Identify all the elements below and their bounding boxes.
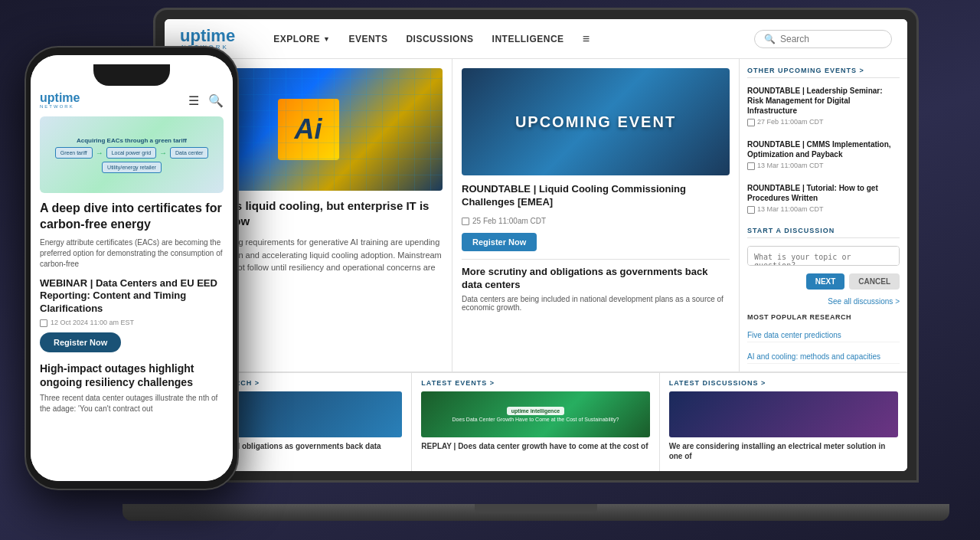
discussions-text: We are considering installing an electri… bbox=[669, 441, 898, 461]
nav-explore[interactable]: EXPLORE ▼ bbox=[273, 34, 330, 44]
phone-logo-uptime: uptime bbox=[40, 92, 80, 104]
phone-notch bbox=[93, 64, 170, 86]
main-center-col: UPCOMING EVENT ROUNDTABLE | Liquid Cooli… bbox=[452, 59, 739, 371]
search-icon: 🔍 bbox=[764, 34, 776, 44]
event-title: ROUNDTABLE | Liquid Cooling Commissionin… bbox=[462, 183, 730, 209]
search-bar[interactable]: 🔍 bbox=[754, 30, 892, 48]
discussion-input[interactable] bbox=[747, 246, 900, 266]
event-badge-text: Does Data Center Growth Have to Come at … bbox=[452, 417, 619, 422]
sidebar-event-3-date: 13 Mar 11:00am CDT bbox=[747, 205, 900, 213]
next-button[interactable]: NEXT bbox=[806, 273, 845, 290]
sidebar-event-1-title: ROUNDTABLE | Leadership Seminar: Risk Ma… bbox=[747, 86, 900, 116]
phone-register-button[interactable]: Register Now bbox=[40, 332, 121, 352]
sidebar-event-3-title: ROUNDTABLE | Tutorial: How to get Proced… bbox=[747, 183, 900, 203]
search-input[interactable] bbox=[780, 34, 887, 44]
phone-article3-body: Three recent data center outages illustr… bbox=[40, 393, 224, 414]
laptop-device: uptime NETWORK EXPLORE ▼ EVENTS bbox=[153, 8, 919, 521]
register-now-button[interactable]: Register Now bbox=[462, 233, 537, 251]
discussion-header: START A DISCUSSION bbox=[747, 227, 900, 238]
scrutiny-section: More scrutiny and obligations as governm… bbox=[462, 259, 730, 312]
event-card-image: UPCOMING EVENT bbox=[462, 68, 730, 175]
phone-logo: uptime NETWORK bbox=[40, 92, 80, 109]
phone-logo-network: NETWORK bbox=[40, 104, 80, 109]
site-header: uptime NETWORK EXPLORE ▼ EVENTS bbox=[165, 19, 907, 59]
phone-header: uptime NETWORK ☰ 🔍 bbox=[40, 92, 224, 109]
popular-header: MOST POPULAR RESEARCH bbox=[747, 313, 900, 321]
events-text: REPLAY | Does data center growth have to… bbox=[421, 441, 649, 451]
laptop-screen-inner: uptime NETWORK EXPLORE ▼ EVENTS bbox=[165, 19, 907, 471]
discussion-buttons: NEXT CANCEL bbox=[747, 273, 900, 290]
sidebar-event-3: ROUNDTABLE | Tutorial: How to get Proced… bbox=[747, 183, 900, 213]
sidebar-event-2-title: ROUNDTABLE | CMMS Implementation, Optimi… bbox=[747, 139, 900, 159]
latest-discussions-header: LATEST DISCUSSIONS > bbox=[669, 379, 898, 387]
explore-arrow-icon: ▼ bbox=[323, 35, 330, 43]
bottom-discussions-col: LATEST DISCUSSIONS > We are considering … bbox=[660, 373, 907, 471]
calendar-icon bbox=[462, 218, 469, 225]
sidebar-event-1: ROUNDTABLE | Leadership Seminar: Risk Ma… bbox=[747, 86, 900, 126]
uptime-intelligence-badge: uptime intelligence bbox=[507, 407, 564, 415]
cancel-button[interactable]: CANCEL bbox=[849, 273, 900, 290]
events-thumbnail: uptime intelligence Does Data Center Gro… bbox=[421, 391, 649, 437]
see-all-discussions-link[interactable]: See all discussions > bbox=[747, 297, 900, 306]
sidebar-event-2-date: 13 Mar 11:00am CDT bbox=[747, 162, 900, 169]
discussions-thumbnail bbox=[669, 391, 898, 437]
calendar-icon-2 bbox=[747, 162, 755, 170]
nav-events[interactable]: EVENTS bbox=[348, 34, 387, 44]
phone-article2-title: WEBINAR | Data Centers and EU EED Report… bbox=[40, 277, 224, 316]
phone-content: uptime NETWORK ☰ 🔍 Acquiring EACs throug… bbox=[31, 55, 233, 481]
hamburger-menu-icon[interactable]: ☰ bbox=[188, 93, 199, 108]
diagram-arrow-2: → bbox=[159, 149, 167, 157]
laptop-screen-outer: uptime NETWORK EXPLORE ▼ EVENTS bbox=[153, 8, 919, 483]
popular-item-1[interactable]: Five data center predictions bbox=[747, 329, 900, 342]
nav-intelligence[interactable]: INTELLIGENCE bbox=[492, 34, 564, 44]
site-sidebar: OTHER UPCOMING EVENTS > ROUNDTABLE | Lea… bbox=[739, 59, 907, 371]
phone-article1-body: Energy attribute certificates (EACs) are… bbox=[40, 237, 224, 270]
phone-article3-title: High-impact outages highlight ongoing re… bbox=[40, 362, 224, 389]
sidebar-event-1-date: 27 Feb 11:00am CDT bbox=[747, 118, 900, 126]
diagram-box-2: Local power grid bbox=[106, 147, 156, 159]
phone-article-image: Acquiring EACs through a green tariff Gr… bbox=[40, 116, 224, 193]
phone-screen: uptime NETWORK ☰ 🔍 Acquiring EACs throug… bbox=[31, 55, 233, 481]
site-nav: EXPLORE ▼ EVENTS DISCUSSIONS INTELLIGENC… bbox=[273, 32, 731, 46]
laptop-notch bbox=[475, 504, 597, 513]
laptop-base bbox=[122, 504, 949, 521]
website: uptime NETWORK EXPLORE ▼ EVENTS bbox=[165, 19, 907, 471]
main-content: Ai AI embraces liquid cooling, but enter… bbox=[165, 59, 907, 471]
event-date: 25 Feb 11:00am CDT bbox=[462, 217, 730, 225]
latest-events-header: LATEST EVENTS > bbox=[421, 379, 649, 387]
sidebar-event-2: ROUNDTABLE | CMMS Implementation, Optimi… bbox=[747, 139, 900, 169]
nav-discussions[interactable]: DISCUSSIONS bbox=[406, 34, 473, 44]
middle-grid: Ai AI embraces liquid cooling, but enter… bbox=[165, 59, 907, 371]
hamburger-icon[interactable]: ≡ bbox=[583, 32, 590, 46]
diagram-box-3: Data center bbox=[170, 147, 208, 159]
phone-header-icons: ☰ 🔍 bbox=[188, 93, 224, 108]
events-thumb-inner: uptime intelligence Does Data Center Gro… bbox=[421, 391, 649, 437]
phone-search-icon[interactable]: 🔍 bbox=[208, 93, 224, 108]
phone-device: uptime NETWORK ☰ 🔍 Acquiring EACs throug… bbox=[24, 46, 239, 490]
sidebar-events-header: OTHER UPCOMING EVENTS > bbox=[747, 67, 900, 78]
bottom-strip: LATEST RESEARCH > More scrutiny and obli… bbox=[165, 371, 907, 471]
scrutiny-title: More scrutiny and obligations as governm… bbox=[462, 266, 730, 292]
calendar-icon-3 bbox=[747, 206, 755, 214]
diagram-title: Acquiring EACs through a green tariff bbox=[77, 137, 187, 144]
logo-uptime: uptime bbox=[180, 28, 235, 44]
diagram-arrow-1: → bbox=[96, 149, 103, 157]
bottom-events-col: LATEST EVENTS > uptime intelligence Does… bbox=[412, 373, 659, 471]
phone-diagram: Acquiring EACs through a green tariff Gr… bbox=[49, 120, 214, 189]
diagram-box-4: Utility/energy retailer bbox=[102, 162, 162, 173]
diagram-box-1: Green tariff bbox=[55, 147, 93, 159]
scrutiny-body: Data centers are being included in natio… bbox=[462, 295, 730, 312]
event-label: UPCOMING EVENT bbox=[515, 113, 676, 131]
phone-article2-date: 12 Oct 2024 11:00 am EST bbox=[40, 319, 224, 326]
phone-calendar-icon bbox=[40, 319, 47, 327]
phone-article1-title: A deep dive into certificates for carbon… bbox=[40, 201, 224, 233]
popular-item-2[interactable]: AI and cooling: methods and capacities bbox=[747, 350, 900, 364]
calendar-icon-1 bbox=[747, 119, 755, 126]
